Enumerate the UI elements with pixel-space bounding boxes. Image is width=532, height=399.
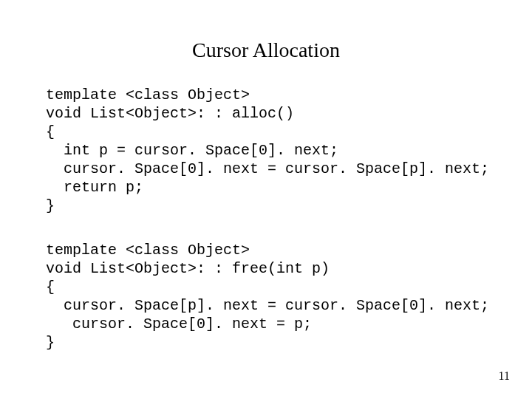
page-number: 11 bbox=[499, 369, 510, 383]
code-block-free: template <class Object> void List<Object… bbox=[46, 241, 489, 352]
slide-title: Cursor Allocation bbox=[0, 38, 532, 62]
slide: Cursor Allocation template <class Object… bbox=[0, 0, 532, 399]
code-block-alloc: template <class Object> void List<Object… bbox=[46, 86, 489, 215]
